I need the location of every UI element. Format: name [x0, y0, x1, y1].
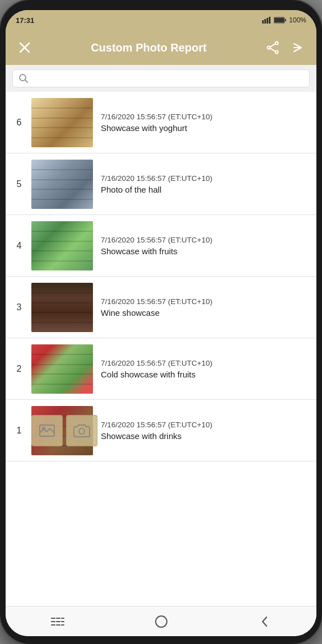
- signal-icon: [262, 17, 271, 24]
- list-item[interactable]: 27/16/2020 15:56:57 (ET:UTC+10)Cold show…: [6, 338, 316, 400]
- svg-point-29: [156, 616, 167, 627]
- item-datetime: 7/16/2020 15:56:57 (ET:UTC+10): [101, 113, 311, 121]
- close-button[interactable]: [15, 38, 35, 58]
- svg-line-16: [25, 80, 28, 83]
- bottom-nav: [6, 606, 316, 636]
- battery-percent: 100%: [289, 16, 306, 24]
- back-button[interactable]: [253, 609, 277, 634]
- item-datetime: 7/16/2020 15:56:57 (ET:UTC+10): [101, 297, 311, 306]
- item-title: Showcase with fruits: [101, 246, 311, 256]
- search-wrapper[interactable]: [12, 69, 310, 87]
- svg-rect-6: [285, 19, 286, 21]
- svg-point-19: [79, 428, 85, 434]
- item-info: 7/16/2020 15:56:57 (ET:UTC+10)Showcase w…: [101, 236, 311, 256]
- header-actions: [263, 38, 307, 58]
- share-button[interactable]: [263, 38, 283, 58]
- menu-button[interactable]: [45, 609, 70, 634]
- list-item[interactable]: 37/16/2020 15:56:57 (ET:UTC+10)Wine show…: [6, 277, 316, 338]
- item-thumbnail: [31, 283, 93, 332]
- item-thumbnail: [31, 98, 93, 147]
- phone-screen: 17:31 100%: [6, 10, 316, 636]
- item-info: 7/16/2020 15:56:57 (ET:UTC+10)Photo of t…: [101, 174, 311, 194]
- svg-rect-3: [269, 17, 270, 24]
- status-time: 17:31: [16, 16, 34, 25]
- list-item[interactable]: 17/16/2020 15:56:57 (ET:UTC+10)Showcase …: [6, 400, 316, 461]
- search-input[interactable]: [33, 74, 304, 83]
- svg-rect-0: [262, 20, 264, 24]
- svg-rect-1: [264, 19, 266, 24]
- item-info: 7/16/2020 15:56:57 (ET:UTC+10)Showcase w…: [101, 113, 311, 133]
- item-datetime: 7/16/2020 15:56:57 (ET:UTC+10): [101, 174, 311, 183]
- item-title: Showcase with drinks: [101, 431, 311, 441]
- search-icon: [18, 73, 29, 83]
- item-number: 2: [11, 364, 27, 374]
- item-datetime: 7/16/2020 15:56:57 (ET:UTC+10): [101, 421, 311, 429]
- svg-line-13: [270, 48, 275, 52]
- status-bar: 17:31 100%: [6, 10, 316, 30]
- list-item[interactable]: 57/16/2020 15:56:57 (ET:UTC+10)Photo of …: [6, 153, 316, 215]
- header-title: Custom Photo Report: [35, 41, 263, 54]
- item-number: 4: [11, 241, 27, 251]
- svg-rect-2: [267, 18, 268, 24]
- item-datetime: 7/16/2020 15:56:57 (ET:UTC+10): [101, 359, 311, 367]
- item-overlay-icons: [31, 415, 97, 446]
- send-button[interactable]: [287, 38, 307, 58]
- item-title: Showcase with yoghurt: [101, 123, 311, 133]
- list-item[interactable]: 47/16/2020 15:56:57 (ET:UTC+10)Showcase …: [6, 215, 316, 277]
- app-header: Custom Photo Report: [6, 30, 316, 65]
- item-number: 5: [11, 179, 27, 189]
- item-info: 7/16/2020 15:56:57 (ET:UTC+10)Showcase w…: [101, 421, 311, 441]
- item-title: Cold showcase with fruits: [101, 370, 311, 379]
- item-title: Photo of the hall: [101, 185, 311, 194]
- home-button[interactable]: [149, 609, 174, 634]
- item-info: 7/16/2020 15:56:57 (ET:UTC+10)Wine showc…: [101, 297, 311, 318]
- search-bar: [6, 65, 316, 92]
- item-datetime: 7/16/2020 15:56:57 (ET:UTC+10): [101, 236, 311, 244]
- list-item[interactable]: 67/16/2020 15:56:57 (ET:UTC+10)Showcase …: [6, 92, 316, 153]
- item-number: 1: [11, 426, 27, 436]
- item-thumbnail: [31, 221, 93, 270]
- overlay-picture-icon[interactable]: [31, 415, 63, 446]
- battery-icon: [274, 17, 286, 24]
- item-thumbnail: [31, 344, 93, 394]
- item-info: 7/16/2020 15:56:57 (ET:UTC+10)Cold showc…: [101, 359, 311, 379]
- item-number: 6: [11, 118, 27, 128]
- item-title: Wine showcase: [101, 308, 311, 318]
- overlay-camera-icon[interactable]: [66, 415, 97, 446]
- phone-shell: 17:31 100%: [0, 0, 322, 644]
- item-number: 3: [11, 302, 27, 312]
- item-thumbnail: [31, 160, 93, 209]
- photo-list: 67/16/2020 15:56:57 (ET:UTC+10)Showcase …: [6, 92, 316, 606]
- status-right-icons: 100%: [262, 16, 306, 24]
- svg-rect-5: [274, 18, 284, 22]
- svg-line-12: [270, 44, 275, 47]
